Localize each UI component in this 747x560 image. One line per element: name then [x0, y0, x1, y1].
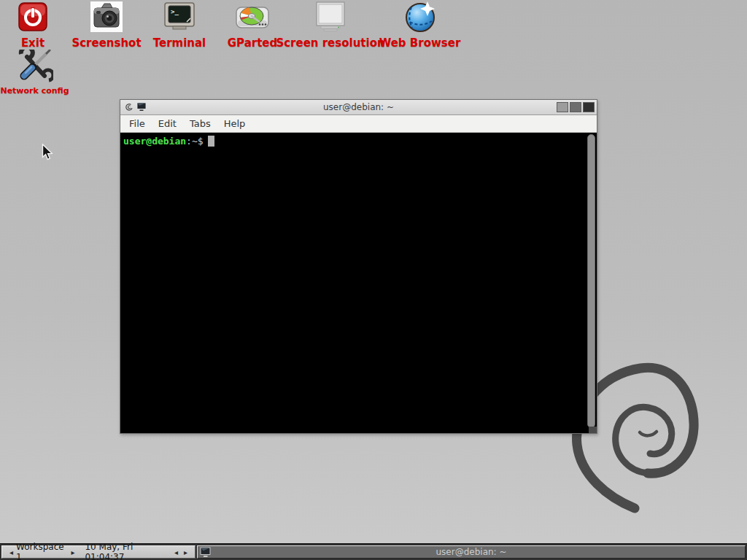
globe-icon — [404, 1, 436, 34]
taskbar-clock: 10 May, Fri 01:04:37 — [85, 542, 168, 560]
clock-prev-arrow[interactable]: ◂ — [171, 548, 181, 556]
icon-label-gparted: GParted — [228, 36, 278, 50]
desktop-icon-network-config[interactable]: Network config — [0, 50, 69, 96]
terminal-mini-icon — [136, 101, 147, 114]
desktop-icon-web-browser[interactable]: Web Browser — [378, 1, 462, 50]
prompt-symbol: $ — [198, 135, 204, 147]
svg-text:>_: >_ — [171, 8, 179, 15]
terminal-window: user@debian: ~ File Edit Tabs Help user@… — [120, 99, 597, 434]
terminal-crt-icon: >_ — [163, 1, 196, 34]
window-menubar: File Edit Tabs Help — [120, 115, 597, 133]
window-title: user@debian: ~ — [120, 102, 597, 112]
terminal-prompt: user@debian:~$ — [120, 133, 597, 147]
taskbar: ◂ Workspace 1 ▸ 10 May, Fri 01:04:37 ◂ ▸… — [0, 543, 747, 560]
icon-label-exit: Exit — [21, 36, 44, 50]
power-icon — [18, 1, 48, 34]
desktop-icon-screenshot[interactable]: Screenshot — [70, 1, 143, 50]
terminal-content[interactable]: user@debian:~$ — [120, 133, 597, 433]
mouse-cursor — [42, 144, 54, 164]
menu-help[interactable]: Help — [217, 117, 252, 131]
menu-file[interactable]: File — [123, 117, 152, 131]
monitor-icon — [312, 1, 349, 34]
workspace-prev-arrow[interactable]: ◂ — [7, 548, 16, 556]
taskbar-window-label: user@debian: ~ — [198, 546, 745, 558]
terminal-scrollbar[interactable] — [587, 134, 595, 428]
icon-label-screenshot: Screenshot — [71, 36, 141, 50]
desktop-icon-exit[interactable]: Exit — [4, 1, 62, 50]
minimize-button[interactable] — [557, 102, 568, 112]
workspace-label: Workspace 1 — [16, 542, 68, 560]
gparted-disk-icon — [235, 1, 270, 34]
window-titlebar[interactable]: user@debian: ~ — [120, 100, 597, 115]
icon-label-network-config: Network config — [0, 86, 69, 96]
icon-label-terminal: Terminal — [153, 36, 206, 50]
prompt-separator: : — [186, 135, 192, 147]
window-resize-grip[interactable] — [589, 427, 597, 433]
workspace-next-arrow[interactable]: ▸ — [68, 548, 77, 556]
clock-next-arrow[interactable]: ▸ — [181, 548, 190, 556]
menu-edit[interactable]: Edit — [152, 117, 183, 131]
prompt-user-host: user@debian — [123, 135, 186, 147]
icon-label-screen-resolution: Screen resolution — [276, 36, 384, 50]
desktop-icon-terminal[interactable]: >_ Terminal — [144, 1, 214, 50]
icon-label-web-browser: Web Browser — [379, 36, 461, 50]
camera-icon — [90, 1, 123, 34]
menu-tabs[interactable]: Tabs — [183, 117, 217, 131]
taskbar-window-button[interactable]: user@debian: ~ — [197, 545, 746, 559]
maximize-button[interactable] — [570, 102, 581, 112]
prompt-path: ~ — [192, 135, 198, 147]
debian-swirl-icon — [124, 101, 133, 114]
terminal-block-cursor — [208, 136, 214, 147]
close-button[interactable] — [583, 102, 595, 112]
tools-icon — [17, 50, 53, 85]
workspace-pager: ◂ Workspace 1 ▸ 10 May, Fri 01:04:37 ◂ ▸ — [1, 545, 196, 559]
desktop-icon-screen-resolution[interactable]: Screen resolution — [283, 1, 378, 50]
